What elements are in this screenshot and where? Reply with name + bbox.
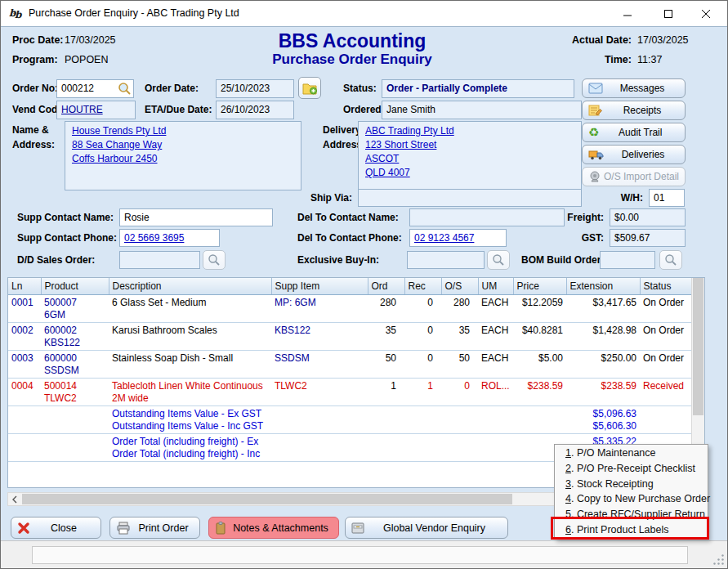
resize-grip[interactable]: [713, 554, 725, 566]
receipts-button[interactable]: Receipts: [582, 101, 686, 120]
clipboard-icon: [215, 522, 226, 535]
minimize-button[interactable]: [610, 1, 645, 26]
messages-button[interactable]: Messages: [582, 78, 686, 98]
exclusive-buyin-field[interactable]: [407, 251, 485, 269]
time-label: Time:: [556, 54, 632, 65]
print-order-button[interactable]: Print Order: [109, 517, 200, 539]
menu-item-po-pre-receipt-checklist[interactable]: 2P/O Pre-Receipt Checklist: [555, 462, 708, 476]
proc-date-value: 17/03/2025: [65, 34, 116, 46]
ship-via-field[interactable]: [358, 189, 582, 207]
folder-add-icon: [301, 81, 318, 96]
vend-code-link[interactable]: HOUTRE: [61, 104, 103, 115]
totals-label: Order Total (including freight) - Ex: [112, 436, 563, 448]
col-supp-item[interactable]: Supp Item: [271, 278, 368, 295]
col-description[interactable]: Description: [109, 278, 271, 295]
gst-field[interactable]: $509.67: [610, 229, 686, 247]
horizontal-scrollbar-thumb[interactable]: [22, 494, 512, 504]
line-items-table: Ln Product Description Supp Item Ord Rec…: [8, 278, 692, 462]
audit-trail-button[interactable]: ♻ Audit Trail: [582, 123, 686, 142]
app-icon: b b s: [9, 7, 23, 20]
time-value: 11:37: [637, 54, 662, 65]
supp-contact-phone-link[interactable]: 02 5669 3695: [124, 232, 184, 244]
col-um[interactable]: UM: [478, 278, 513, 295]
maximize-button[interactable]: [650, 1, 686, 26]
delivery-address-line[interactable]: ASCOT: [365, 153, 399, 164]
eta-due-date-field[interactable]: 26/10/2023: [216, 101, 294, 119]
bom-build-order-field[interactable]: [600, 251, 655, 269]
order-no-field[interactable]: 000212: [56, 79, 134, 98]
del-contact-name-field[interactable]: [409, 208, 565, 226]
col-ord[interactable]: Ord: [368, 278, 404, 295]
open-order-button[interactable]: [298, 77, 321, 99]
table-row[interactable]: 0002 600002KBS122 Karusi Bathroom Scales…: [8, 323, 691, 351]
col-extension[interactable]: Extension: [566, 278, 640, 295]
totals-value: $5,606.30: [569, 420, 636, 432]
notes-attachments-button[interactable]: Notes & Attachments: [208, 517, 339, 539]
del-contact-phone-label: Del To Contact Phone:: [297, 232, 402, 244]
order-date-field[interactable]: 25/10/2023: [216, 79, 294, 98]
global-vendor-enquiry-button[interactable]: Global Vendor Enquiry: [345, 517, 508, 539]
supplier-address-box[interactable]: House Trends Pty Ltd 88 Sea Change Way C…: [65, 121, 301, 190]
menu-item-stock-receipting[interactable]: 3Stock Receipting: [555, 477, 708, 491]
order-no-label: Order No:: [12, 83, 58, 94]
status-label: Status:: [343, 83, 377, 94]
supplier-address-line[interactable]: House Trends Pty Ltd: [72, 125, 166, 137]
ordered-by-field[interactable]: Jane Smith: [382, 101, 582, 119]
delivery-address-line[interactable]: QLD 4007: [365, 167, 410, 178]
totals-value: $5,096.63: [569, 408, 636, 420]
name-address-label-line2: Address:: [12, 139, 55, 150]
col-price[interactable]: Price: [513, 278, 566, 295]
deliveries-button[interactable]: Deliveries: [582, 145, 686, 164]
close-button[interactable]: Close: [11, 517, 101, 539]
annotation-highlight: [551, 517, 709, 540]
search-icon[interactable]: [118, 82, 132, 96]
vertical-scrollbar-thumb[interactable]: [693, 278, 703, 415]
eta-due-date-label: ETA/Due Date:: [145, 104, 212, 115]
ship-via-label: Ship Via:: [279, 192, 352, 204]
table-row[interactable]: 0001 5000076GM 6 Glass Set - Medium MP: …: [8, 295, 691, 323]
vend-code-field[interactable]: HOUTRE: [56, 101, 136, 119]
card-file-icon: [351, 522, 364, 534]
del-contact-phone-field[interactable]: 02 9123 4567: [409, 229, 507, 247]
menu-item-po-maintenance[interactable]: 1P/O Maintenance: [555, 446, 708, 460]
program-value: POPOEN: [65, 54, 109, 65]
col-status[interactable]: Status: [640, 278, 691, 295]
totals-row-outstanding: Outstanding Items Value - Ex GST Outstan…: [8, 406, 691, 434]
bom-build-order-label: BOM Build Order:: [521, 254, 604, 266]
col-rec[interactable]: Rec: [404, 278, 441, 295]
warehouse-field[interactable]: 01: [649, 189, 685, 207]
chevron-left-icon: [11, 495, 18, 504]
exclusive-buyin-label: Exclusive Buy-In:: [297, 254, 379, 266]
menu-item-copy-to-new-purchase-order[interactable]: 4Copy to New Purchase Order: [555, 492, 708, 506]
close-icon: [701, 9, 711, 19]
close-x-icon: [17, 522, 30, 535]
table-row[interactable]: 0004 500014TLWC2 Tablecloth Linen White …: [8, 379, 691, 406]
supplier-address-line[interactable]: 88 Sea Change Way: [72, 139, 162, 150]
supp-contact-name-field[interactable]: Rosie: [119, 208, 273, 226]
titlebar: b b s Purchase Order Enquiry - ABC Tradi…: [1, 1, 727, 27]
name-address-label-line1: Name &: [12, 124, 49, 136]
totals-label: Order Total (including freight) - Inc: [112, 448, 563, 460]
supp-contact-phone-field[interactable]: 02 5669 3695: [119, 229, 220, 247]
program-label: Program:: [12, 54, 58, 65]
col-product[interactable]: Product: [41, 278, 109, 295]
purchase-order-enquiry-window: b b s Purchase Order Enquiry - ABC Tradi…: [0, 0, 728, 569]
delivery-address-line[interactable]: 123 Short Street: [365, 139, 436, 150]
status-field[interactable]: Order - Partially Complete: [382, 79, 574, 98]
close-window-button[interactable]: [688, 1, 724, 26]
dd-sales-order-field[interactable]: [119, 251, 200, 269]
del-contact-phone-link[interactable]: 02 9123 4567: [414, 232, 474, 244]
delivery-address-line[interactable]: ABC Trading Pty Ltd: [365, 125, 454, 137]
scroll-left-button[interactable]: [8, 493, 21, 505]
minimize-icon: [623, 9, 632, 19]
warehouse-label: W/H:: [586, 192, 643, 204]
col-ln[interactable]: Ln: [8, 278, 41, 295]
supplier-address-line[interactable]: Coffs Harbour 2450: [72, 153, 158, 164]
printer-icon: [116, 522, 131, 535]
order-date-label: Order Date:: [145, 83, 199, 94]
col-os[interactable]: O/S: [441, 278, 478, 295]
delivery-address-box[interactable]: ABC Trading Pty Ltd 123 Short Street ASC…: [358, 121, 582, 190]
table-row[interactable]: 0003 600000SSDSM Stainless Soap Dish - S…: [8, 351, 691, 379]
delivery-address-label-line1: Delivery: [323, 124, 361, 136]
freight-field[interactable]: $0.00: [610, 208, 686, 226]
